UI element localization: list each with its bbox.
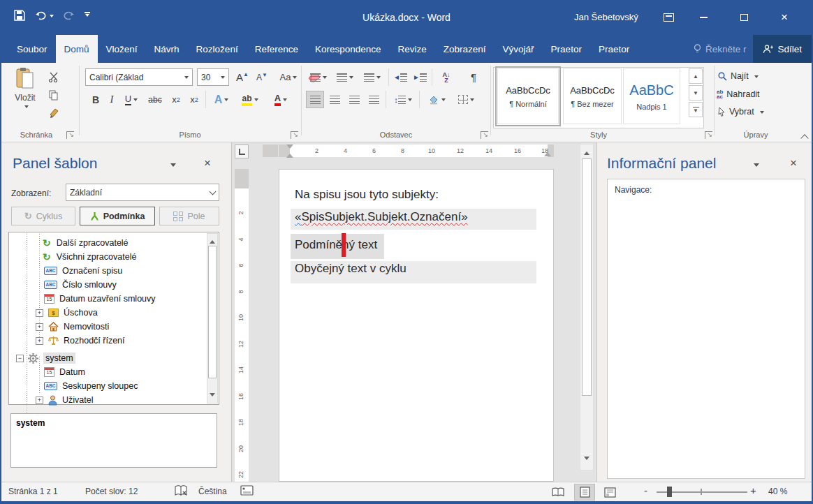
tree-item[interactable]: 15Datum uzavření smlouvy	[44, 292, 156, 306]
superscript-button[interactable]: x2	[186, 91, 203, 108]
tab-view[interactable]: Zobrazení	[435, 35, 495, 63]
underline-button[interactable]: U	[120, 91, 142, 108]
tab-praetor-2[interactable]: Praetor	[590, 35, 638, 63]
font-dialog-launcher[interactable]: ↘	[291, 131, 298, 139]
tree-item[interactable]: ABCSeskupeny sloupec	[44, 379, 138, 393]
panel-menu-arrow-icon[interactable]	[170, 163, 176, 170]
condition-button[interactable]: Podmínka	[80, 207, 155, 225]
document-scrollbar[interactable]	[580, 144, 594, 470]
style-card-no-spacing[interactable]: AaBbCcDc ¶ Bez mezer	[563, 68, 622, 124]
tree-item[interactable]: ↻Další zpracovatelé	[43, 236, 129, 250]
macro-record-icon[interactable]	[240, 485, 254, 499]
undo-dropdown-arrow[interactable]	[50, 15, 54, 20]
word-count[interactable]: Počet slov: 12	[85, 487, 138, 496]
justify-button[interactable]	[365, 91, 383, 108]
increase-indent-button[interactable]: ►	[411, 68, 429, 86]
copy-button[interactable]	[46, 88, 61, 102]
tab-design[interactable]: Návrh	[146, 35, 188, 63]
tree-scrollbar[interactable]	[207, 233, 218, 403]
strikethrough-button[interactable]: abc	[145, 91, 165, 108]
tab-references[interactable]: Reference	[247, 35, 307, 63]
borders-button[interactable]	[453, 91, 479, 108]
zoom-out-button[interactable]: -	[644, 484, 647, 496]
right-indent-marker[interactable]	[544, 149, 551, 156]
italic-button[interactable]: I	[105, 91, 119, 108]
view-select[interactable]: Základní	[66, 184, 219, 201]
tree-item[interactable]: Nemovitosti	[48, 320, 109, 334]
find-button[interactable]: Najít	[718, 71, 759, 81]
cycle-button[interactable]: ↻ Cyklus	[11, 207, 75, 225]
paste-dropdown-arrow[interactable]	[24, 105, 29, 110]
expand-icon[interactable]: +	[36, 309, 43, 317]
align-left-button[interactable]	[306, 91, 324, 108]
ribbon-display-options-icon[interactable]	[657, 8, 680, 27]
tab-mailings[interactable]: Korespondence	[307, 35, 390, 63]
close-button[interactable]: ×	[772, 8, 796, 27]
align-right-button[interactable]	[345, 91, 363, 108]
shrink-font-button[interactable]: A▼	[253, 68, 271, 86]
select-button[interactable]: Vybrat	[718, 107, 764, 117]
template-panel-close-icon[interactable]: ×	[204, 156, 211, 170]
styles-more-button[interactable]: ▼	[689, 102, 703, 117]
tree-item[interactable]: $Úschova	[48, 306, 98, 320]
replace-button[interactable]: abac Nahradit	[717, 89, 760, 99]
tab-praetor-1[interactable]: Praetor	[543, 35, 590, 63]
customize-qat-icon[interactable]	[85, 12, 90, 19]
decrease-indent-button[interactable]: ◄	[391, 68, 409, 86]
document-scrollbar-thumb[interactable]	[582, 158, 592, 396]
subscript-button[interactable]: x2	[168, 91, 184, 108]
styles-scroll-down[interactable]: ▼	[689, 85, 703, 101]
field-button[interactable]: Pole	[159, 207, 219, 225]
zoom-level[interactable]: 40 %	[768, 487, 787, 496]
proofing-icon[interactable]	[175, 485, 189, 499]
multilevel-list-button[interactable]	[359, 68, 386, 86]
sort-button[interactable]: A↓ Z	[436, 68, 457, 86]
tab-home[interactable]: Domů	[56, 35, 98, 63]
font-size-combo[interactable]: 30	[197, 68, 229, 86]
cycle-text-block[interactable]: Obyčejný text v cyklu	[291, 261, 536, 283]
show-marks-button[interactable]: ¶	[465, 68, 482, 86]
text-effects-button[interactable]: A	[210, 91, 233, 108]
tree-item-selected[interactable]: system	[27, 351, 75, 365]
collapse-ribbon-button[interactable]	[802, 133, 807, 143]
tree-item[interactable]: Uživatel	[48, 393, 93, 407]
collapse-icon[interactable]: −	[16, 355, 24, 362]
clipboard-dialog-launcher[interactable]: ↘	[66, 131, 74, 139]
line-spacing-button[interactable]: ↕	[390, 91, 416, 108]
document-page[interactable]: Na spisu jsou tyto subjekty: «SpisSubjek…	[279, 169, 554, 482]
bold-button[interactable]: B	[88, 91, 103, 108]
language-indicator[interactable]: Čeština	[198, 487, 227, 496]
undo-icon[interactable]	[35, 10, 54, 20]
paragraph-dialog-launcher[interactable]: ↘	[481, 131, 488, 139]
conditional-text-block[interactable]: Podmíněný text	[291, 234, 384, 259]
read-mode-button[interactable]	[548, 484, 569, 501]
zoom-slider-thumb[interactable]	[667, 487, 672, 497]
tree-item[interactable]: ABCČíslo smlouvy	[44, 278, 117, 292]
style-card-normal[interactable]: AaBbCcDc ¶ Normální	[497, 68, 559, 124]
print-layout-button[interactable]	[574, 484, 595, 501]
numbering-button[interactable]	[332, 68, 358, 86]
page-indicator[interactable]: Stránka 1 z 1	[8, 487, 58, 496]
signed-in-user[interactable]: Jan Šebetovský	[574, 12, 638, 22]
tab-review[interactable]: Revize	[390, 35, 435, 63]
redo-icon[interactable]	[64, 10, 75, 20]
tree-item[interactable]: ABCOznačení spisu	[44, 264, 122, 278]
tab-stop-selector[interactable]	[235, 144, 249, 158]
expand-icon[interactable]: +	[36, 323, 43, 331]
panel-menu-arrow-icon[interactable]	[754, 163, 759, 170]
style-card-heading1[interactable]: AaBbC Nadpis 1	[623, 68, 680, 124]
styles-scroll-up[interactable]: ▲	[689, 68, 703, 84]
grow-font-button[interactable]: A▲	[233, 68, 251, 86]
tree-scrollbar-thumb[interactable]	[208, 246, 217, 378]
highlight-color-button[interactable]: ab	[236, 91, 264, 108]
paste-button[interactable]: Vložit	[7, 67, 43, 127]
tab-file[interactable]: Soubor	[8, 35, 56, 63]
expand-icon[interactable]: +	[36, 337, 43, 345]
expand-icon[interactable]: +	[36, 396, 43, 404]
shading-button[interactable]	[423, 91, 450, 108]
tree-item[interactable]: Rozhodčí řízení	[48, 334, 125, 348]
tab-developer[interactable]: Vývojář	[495, 35, 543, 63]
doc-paragraph[interactable]: Na spisu jsou tyto subjekty:	[295, 188, 439, 202]
vertical-ruler[interactable]: 2 4 6 8 10 12 14 16 18 20 22	[235, 169, 249, 482]
tab-layout[interactable]: Rozložení	[188, 35, 247, 63]
